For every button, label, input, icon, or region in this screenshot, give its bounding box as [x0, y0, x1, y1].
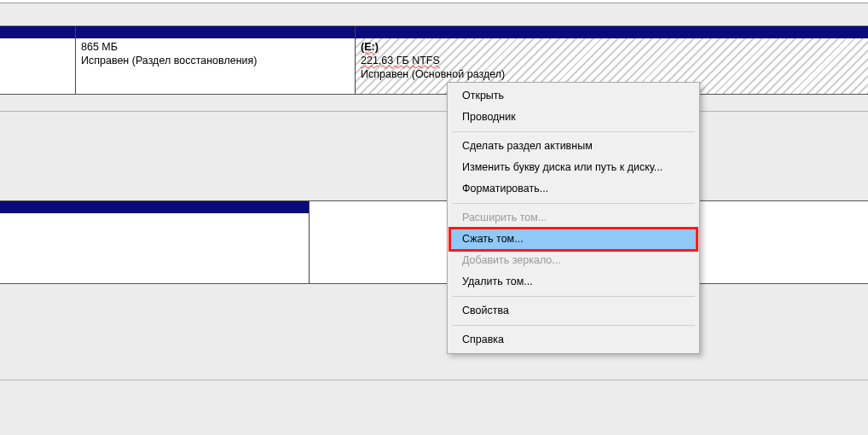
partition-recovery[interactable]: 865 МБ Исправен (Раздел восстановления) — [75, 26, 355, 94]
partition-size: 865 МБ — [81, 41, 118, 53]
menu-item-help[interactable]: Справка — [450, 329, 697, 351]
context-menu: Открыть Проводник Сделать раздел активны… — [447, 82, 700, 354]
disk-row-1: 865 МБ Исправен (Раздел восстановления) … — [0, 26, 868, 95]
window-chrome-top — [0, 0, 868, 3]
divider — [0, 111, 868, 112]
menu-separator — [452, 131, 695, 132]
menu-item-shrink[interactable]: Сжать том... — [450, 229, 697, 250]
menu-item-format[interactable]: Форматировать... — [450, 178, 697, 200]
menu-separator — [452, 296, 695, 297]
menu-item-properties[interactable]: Свойства — [450, 300, 697, 322]
menu-item-change-letter[interactable]: Изменить букву диска или путь к диску... — [450, 157, 697, 178]
menu-item-explorer[interactable]: Проводник — [450, 107, 697, 128]
partition-header-stripe — [356, 26, 868, 38]
partition-drive-letter: (E:) — [361, 41, 379, 53]
partition-header-stripe — [0, 201, 309, 213]
menu-separator — [452, 203, 695, 204]
menu-item-extend: Расширить том... — [450, 207, 697, 229]
partition-header-col — [0, 26, 75, 94]
partition-header-stripe — [76, 26, 355, 38]
disk-row-2 — [0, 200, 868, 284]
partition-size: 221,63 ГБ NTFS — [361, 55, 440, 67]
menu-item-make-active[interactable]: Сделать раздел активным — [450, 136, 697, 157]
menu-separator — [452, 325, 695, 326]
partition-status: Исправен (Основной раздел) — [361, 68, 505, 80]
partition-status: Исправен (Раздел восстановления) — [81, 55, 257, 67]
menu-item-open[interactable]: Открыть — [450, 85, 697, 107]
divider — [0, 380, 868, 380]
menu-item-delete[interactable]: Удалить том... — [450, 271, 697, 293]
partition-empty[interactable] — [0, 201, 310, 283]
partition-header-stripe — [0, 26, 75, 38]
menu-item-add-mirror: Добавить зеркало... — [450, 250, 697, 271]
